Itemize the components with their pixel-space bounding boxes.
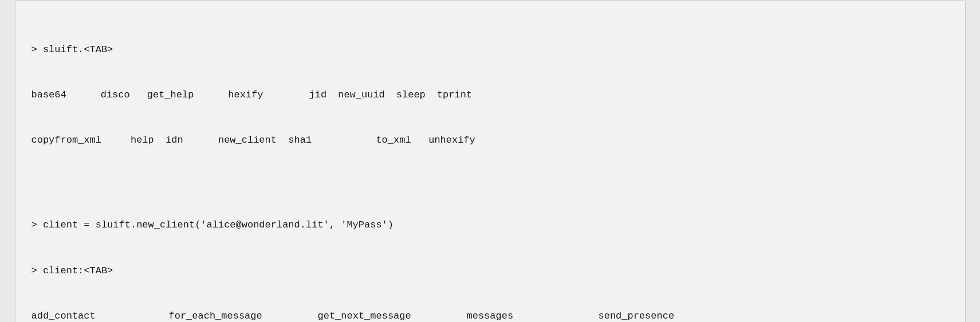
- completion-cell: for_each_message: [169, 309, 318, 322]
- terminal-content: > sluift.<TAB> base64discoget_helphexify…: [32, 12, 949, 322]
- completion-row: add_contactfor_each_messageget_next_mess…: [32, 309, 949, 322]
- completions-row-2: copyfrom_xml help idn new_client sha1 to…: [32, 133, 949, 148]
- completion-cell: send_presence: [599, 309, 713, 322]
- client-completions-grid: add_contactfor_each_messageget_next_mess…: [32, 309, 949, 322]
- completion-cell: messages: [467, 309, 599, 322]
- prompt-line-1: > sluift.<TAB>: [32, 42, 949, 57]
- completion-cell: get_next_message: [318, 309, 467, 322]
- terminal-container: > sluift.<TAB> base64discoget_helphexify…: [15, 0, 966, 322]
- prompt-line-3: > client:<TAB>: [32, 264, 949, 278]
- completion-cell: add_contact: [32, 309, 169, 322]
- spacer-1: [32, 178, 949, 188]
- completions-row-1: base64discoget_helphexifyjidnew_uuidslee…: [32, 88, 949, 103]
- prompt-line-2: > client = sluift.new_client('alice@wond…: [32, 218, 949, 233]
